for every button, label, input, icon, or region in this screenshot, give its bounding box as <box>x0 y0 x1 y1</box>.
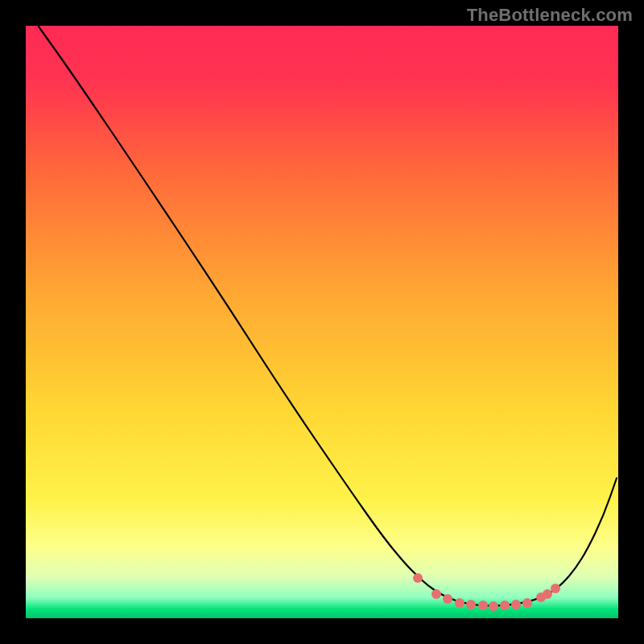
marker-dot <box>500 601 510 610</box>
marker-dot <box>443 594 452 604</box>
marker-dot <box>466 600 476 609</box>
marker-dot <box>489 601 498 611</box>
chart-svg <box>0 0 644 644</box>
chart-gradient-bg <box>26 26 618 618</box>
marker-dot <box>413 573 423 583</box>
marker-dot <box>478 601 488 610</box>
marker-dot <box>551 584 560 593</box>
marker-dot <box>543 589 552 599</box>
bottleneck-chart: TheBottleneck.com <box>0 0 644 644</box>
marker-dot <box>431 589 441 599</box>
marker-dot <box>455 598 464 608</box>
marker-dot <box>522 598 532 608</box>
marker-dot <box>511 600 521 609</box>
watermark-text: TheBottleneck.com <box>467 5 633 26</box>
